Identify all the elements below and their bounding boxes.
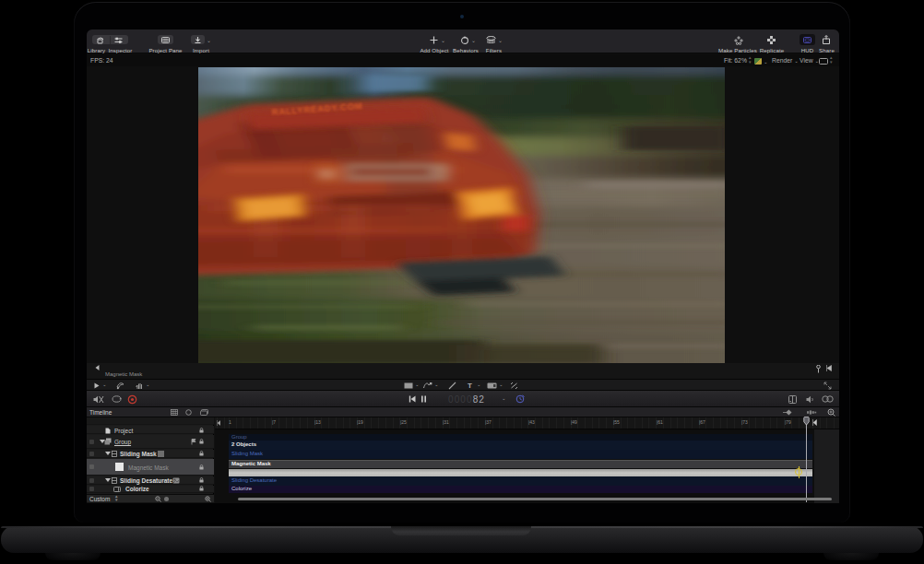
svg-text:555: 555 bbox=[319, 170, 335, 180]
